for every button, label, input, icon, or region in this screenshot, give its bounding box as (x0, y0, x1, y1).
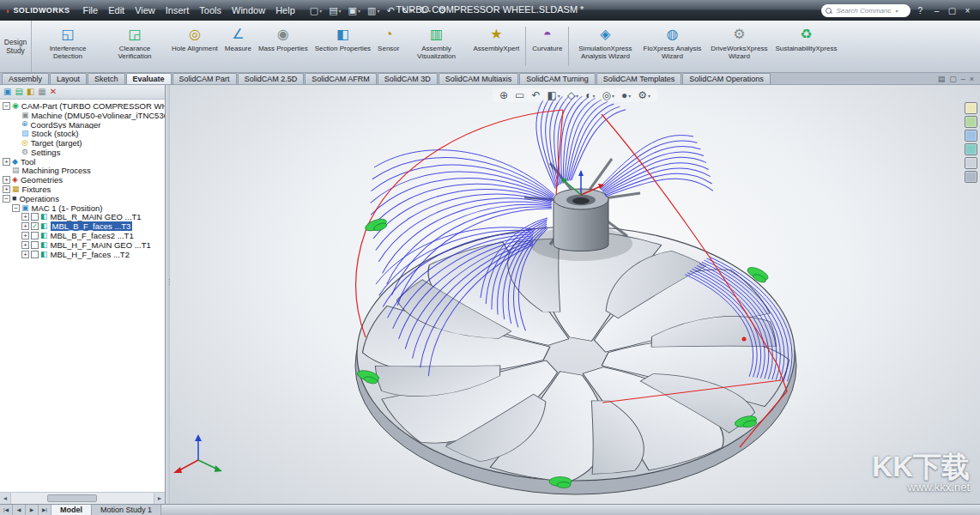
ribbon-button-hole-alignment[interactable]: ◎Hole Alignment (168, 22, 221, 70)
expand-icon[interactable]: + (21, 251, 29, 258)
tab-solidcam-operations[interactable]: SolidCAM Operations (682, 73, 771, 84)
expand-icon[interactable]: + (21, 213, 29, 221)
close-panel-icon[interactable]: ✕ (50, 88, 57, 96)
operation-checkbox[interactable] (31, 251, 39, 258)
restore-window-icon[interactable]: ▢ (949, 75, 957, 83)
display-style-icon[interactable]: ◐▾ (585, 89, 595, 101)
menu-item-view[interactable]: View (130, 4, 160, 16)
minimize-button[interactable]: – (929, 6, 944, 15)
impeller-3d-render[interactable] (170, 85, 980, 504)
ribbon-button-section-properties[interactable]: ◧Section Properties (312, 22, 374, 70)
ribbon-button-mass-properties[interactable]: ◉Mass Properties (255, 22, 312, 70)
zoom-area-icon[interactable]: ▭ (515, 89, 524, 101)
tab-solidcam-part[interactable]: SolidCAM Part (172, 73, 237, 84)
zoom-fit-icon[interactable]: ⊕ (499, 89, 508, 101)
operation-checkbox[interactable] (31, 213, 39, 221)
print-icon[interactable]: ▥▾ (365, 5, 382, 16)
expand-icon[interactable]: + (3, 158, 10, 166)
feature-tree-icon[interactable]: ▤ (15, 88, 22, 96)
properties-icon[interactable]: ▦ (38, 88, 45, 96)
ribbon-button-driveworksxpress-wizard[interactable]: ⚙DriveWorksXpress Wizard (705, 22, 772, 70)
ribbon-button-interference-detection[interactable]: ◱Interference Detection (34, 22, 101, 70)
tab-solidcam-2-5d[interactable]: SolidCAM 2.5D (238, 73, 305, 84)
tree-item-coordsys-manager[interactable]: ⊕CoordSys Manager (0, 120, 165, 130)
close-document-icon[interactable]: × (970, 75, 974, 83)
tab-solidcam-afrm[interactable]: SolidCAM AFRM (305, 73, 377, 84)
tab-scroll-button-4[interactable]: ▶| (39, 505, 51, 515)
menu-item-edit[interactable]: Edit (103, 4, 130, 16)
tab-sketch[interactable]: Sketch (88, 73, 125, 84)
ribbon-button-sensor[interactable]: ◔Sensor (374, 22, 402, 70)
tree-item-settings[interactable]: ⚙Settings (0, 148, 165, 157)
menu-item-help[interactable]: Help (270, 4, 300, 16)
tab-layout[interactable]: Layout (50, 73, 87, 84)
tree-item-cam-part-turbo-compressor-wheel[interactable]: −◉CAM-Part (TURBO COMPRESSOR WHEEL) (0, 101, 165, 111)
edit-appearance-icon[interactable]: ●▾ (621, 89, 631, 101)
scrollbar-track[interactable] (11, 493, 154, 504)
tab-scroll-button-3[interactable]: ▶ (26, 505, 39, 515)
close-button[interactable]: × (960, 6, 975, 15)
tree-horizontal-scrollbar[interactable]: ◄ ► (0, 492, 165, 504)
status-tab-motion-study-1[interactable]: Motion Study 1 (92, 505, 161, 515)
save-icon[interactable]: ▣▾ (346, 5, 363, 16)
ribbon-button-measure[interactable]: ∠Measure (221, 22, 255, 70)
tab-assembly[interactable]: Assembly (2, 73, 49, 84)
help-button[interactable]: ? (916, 6, 924, 15)
tab-solidcam-turning[interactable]: SolidCAM Turning (519, 73, 596, 84)
expand-icon[interactable]: + (3, 185, 10, 193)
graphics-viewport[interactable]: ⊕▭↶◧▾◇▾◐▾◎▾●▾⚙▾ KK下载 www.kkx.net (170, 85, 980, 504)
tree-item-fixtures[interactable]: +▦Fixtures (0, 185, 165, 194)
solidcam-manager-icon[interactable]: ▣ (3, 88, 11, 96)
configurations-icon[interactable]: ◧ (27, 88, 34, 96)
scroll-right-icon[interactable]: ► (154, 493, 165, 504)
side-toolbar-icon-6[interactable] (965, 171, 977, 183)
operation-checkbox[interactable] (31, 241, 39, 249)
status-tab-model[interactable]: Model (51, 505, 92, 515)
tab-scroll-button-2[interactable]: ◀ (13, 505, 26, 515)
new-document-icon[interactable]: ▢▾ (307, 5, 324, 16)
section-view-icon[interactable]: ◧▾ (547, 89, 560, 101)
view-orientation-icon[interactable]: ◇▾ (567, 89, 578, 101)
expand-icon[interactable]: + (21, 241, 29, 249)
minimize-window-icon[interactable]: – (961, 75, 965, 83)
collapse-icon[interactable]: − (3, 195, 10, 203)
search-caret-icon[interactable]: ▾ (895, 8, 898, 14)
tree-item-mbl-r-main-geo-t1[interactable]: +◧MBL_R_MAIN GEO ...T1 (0, 213, 165, 222)
tree-item-mbl-h-f-faces-t2[interactable]: +◧MBL_H_F_faces ...T2 (0, 250, 165, 259)
side-toolbar-icon-4[interactable] (965, 143, 977, 155)
tree-item-mac-1-1-position[interactable]: −▣MAC 1 (1- Position) (0, 203, 165, 213)
tree-item-operations[interactable]: −■Operations (0, 194, 165, 203)
maximize-button[interactable]: ▢ (945, 6, 959, 15)
tab-scroll-button-1[interactable]: |◀ (0, 505, 13, 515)
scroll-left-icon[interactable]: ◄ (0, 493, 11, 504)
ribbon-button-curvature[interactable]: ◓Curvature (529, 22, 566, 70)
expand-icon[interactable]: + (21, 232, 29, 239)
side-toolbar-icon-5[interactable] (965, 157, 977, 169)
tab-solidcam-3d[interactable]: SolidCAM 3D (378, 73, 438, 84)
ribbon-button-floxpress-analysis-wizard[interactable]: ◍FloXpress Analysis Wizard (638, 22, 705, 70)
open-icon[interactable]: ▤▾ (326, 5, 343, 16)
menu-item-insert[interactable]: Insert (160, 4, 195, 16)
search-box[interactable]: ▾ (821, 4, 910, 17)
side-toolbar-icon-2[interactable] (965, 116, 977, 128)
tree-item-machining-process[interactable]: ▤Machining Process (0, 167, 165, 176)
tab-evaluate[interactable]: Evaluate (126, 73, 172, 84)
menu-item-file[interactable]: File (77, 4, 103, 16)
menu-item-window[interactable]: Window (227, 4, 270, 16)
tree-item-mbl-b-f-faces-t3[interactable]: +✓◧MBL_B_F_faces ...T3 (0, 221, 165, 231)
tree-item-machine-dmu50-evolinear-itnc530-5x-si[interactable]: ▣Machine (DMU50-eVolinear_iTNC530_5X-Si (0, 111, 165, 120)
scrollbar-thumb[interactable] (47, 494, 97, 502)
operation-checkbox[interactable]: ✓ (31, 222, 39, 230)
tile-windows-icon[interactable]: ▤ (938, 75, 946, 83)
undo-icon[interactable]: ↶ (384, 5, 396, 16)
view-settings-icon[interactable]: ⚙▾ (638, 89, 650, 101)
side-toolbar-icon-3[interactable] (965, 130, 977, 142)
design-study-button[interactable]: Design Study (0, 21, 32, 72)
expand-icon[interactable]: + (3, 176, 10, 184)
tab-solidcam-multiaxis[interactable]: SolidCAM Multiaxis (439, 73, 519, 84)
operation-checkbox[interactable] (31, 232, 39, 239)
collapse-icon[interactable]: − (3, 102, 10, 110)
expand-icon[interactable]: + (21, 222, 29, 230)
ribbon-button-sustainabilityxpress[interactable]: ♻SustainabilityXpress (772, 22, 839, 70)
ribbon-button-assemblyxpert[interactable]: ★AssemblyXpert (469, 22, 523, 70)
